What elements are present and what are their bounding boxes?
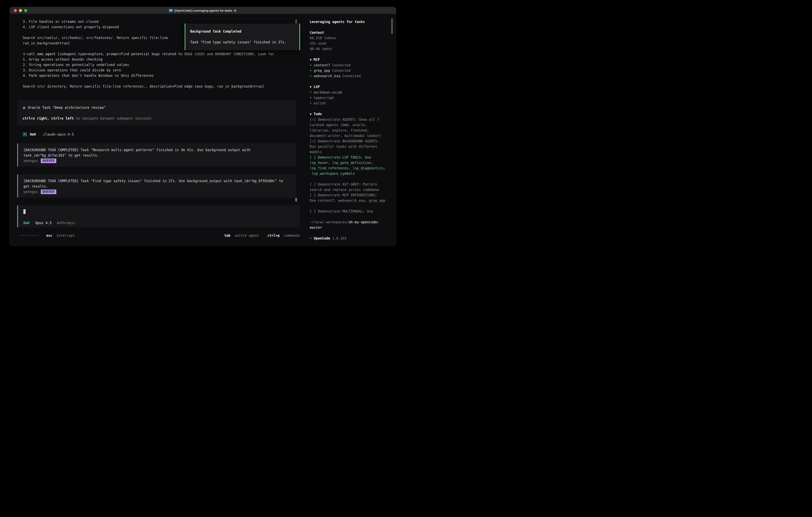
window-titlebar[interactable]: [OpenCode] Leveraging agents for tasks ◐ <box>10 7 396 14</box>
context-tokens: 66,518 tokens <box>310 35 396 41</box>
status-right: tab switch agent ctrl+p commands <box>224 234 300 238</box>
chevron-down-icon: ▼ <box>310 113 312 115</box>
agent-header: OmO · claude-opus-4-5 <box>23 132 300 137</box>
message-author: yeongyu <box>23 189 38 194</box>
context-spent: $0.46 spent <box>310 46 396 52</box>
todo-item: [ ] Demonstrate MULTIMODAL: Use <box>310 209 396 214</box>
status-bar: ········ esc interrupt tab switch agent … <box>20 233 300 238</box>
background-task-message: [BACKGROUND TASK COMPLETED] Task "Find t… <box>17 174 296 197</box>
agent-name: OmO <box>30 132 36 136</box>
mcp-server-name: context7 <box>314 63 330 67</box>
output-line: 1. Array access without bounds checking <box>23 57 300 62</box>
terminal-tab-icon <box>169 9 173 12</box>
message-footer: yeongyuQUEUED <box>23 189 291 194</box>
input-provider-name: Anthropic <box>57 221 75 225</box>
todo-line: lsp_workspace_symbols <box>310 171 396 176</box>
close-window-button[interactable] <box>14 9 17 12</box>
agent-model: claude-opus-4-5 <box>43 132 74 136</box>
ctrlp-key-label: commands <box>284 234 300 238</box>
sidebar-scrollbar-thumb[interactable] <box>391 19 393 34</box>
tab-key-hint: tab <box>224 234 230 238</box>
todo-line: [ ] Demonstrate MCP INTEGRATIONS: <box>310 193 396 198</box>
todo-list: [✓] Demonstrate AGENTS: Show all 7curate… <box>310 117 396 214</box>
lsp-section-header[interactable]: ▼LSP <box>310 84 396 90</box>
spinner-dots: ········ <box>20 234 39 238</box>
todo-line: curated agents (OmO, oracle, <box>310 123 396 128</box>
todo-item: [ ] Demonstrate LSP TOOLS: Uselsp_hover,… <box>310 155 396 176</box>
lsp-item: •typescript <box>310 95 396 101</box>
gear-icon: ⚙ <box>23 52 27 56</box>
toast-body: Task "Find type safety issues" finished … <box>190 39 294 45</box>
output-line <box>23 78 300 84</box>
input-cursor-row[interactable] <box>23 209 295 215</box>
subagent-navigation-hint: ctrl+x right, ctrl+x left to navigate be… <box>23 116 291 121</box>
mcp-server-name: websearch_exa <box>314 74 340 78</box>
conversation-pane: 3. File handles or streams not closed4. … <box>10 14 300 246</box>
bullet-icon: • <box>310 236 312 240</box>
bullet-icon: • <box>310 90 312 94</box>
todo-line: Use context7, websearch_exa, grep_app <box>310 198 396 203</box>
separator-dot: · <box>38 132 40 136</box>
todo-line: Run parallel tasks with different <box>310 144 396 149</box>
todo-item: [✓] Demonstrate AGENTS: Show all 7curate… <box>310 117 396 139</box>
todo-line: search and replace across codebase <box>310 187 396 193</box>
message-list: [BACKGROUND TASK COMPLETED] Task "Resear… <box>10 143 300 197</box>
mcp-item: •grep_appConnected <box>310 68 396 73</box>
oracle-task-panel: ◉Oracle Task "Deep architecture review" … <box>17 100 296 126</box>
zoom-window-button[interactable] <box>24 9 27 12</box>
todo-line: [✓] Demonstrate AGENTS: Show all 7 <box>310 117 396 123</box>
output-line: 2. String operations on potentially unde… <box>23 62 300 67</box>
input-agent-name[interactable]: OmO <box>23 221 30 225</box>
opencode-window: [OpenCode] Leveraging agents for tasks ◐… <box>9 7 396 246</box>
esc-key-hint: esc <box>46 234 52 238</box>
todo-section-header[interactable]: ▼Todo <box>310 111 396 117</box>
message-text: [BACKGROUND TASK COMPLETED] Task "Resear… <box>23 147 291 158</box>
message-footer: yeongyuQUEUED <box>23 158 291 164</box>
tab-key-label: switch agent <box>234 234 259 238</box>
mcp-item: •context7Connected <box>310 62 396 68</box>
mcp-heading-label: MCP <box>314 58 320 61</box>
lsp-server-name: typescript <box>314 96 334 100</box>
message-text: [BACKGROUND TASK COMPLETED] Task "Find t… <box>23 178 291 189</box>
mcp-list: •context7Connected•grep_appConnected•web… <box>310 62 396 79</box>
status-left: ········ esc interrupt <box>20 234 75 238</box>
lsp-item: •markdown-oxide <box>310 90 396 95</box>
mcp-server-status: Connected <box>332 69 350 73</box>
chevron-down-icon: ▼ <box>310 86 312 88</box>
todo-line: [ ] Demonstrate AST-GREP: Pattern <box>310 182 396 187</box>
workspace-path-prefix: ~/local-workspaces/ <box>310 220 348 224</box>
lsp-heading-label: LSP <box>314 85 320 89</box>
todo-line: models <box>310 149 396 155</box>
opencode-version-number: 1.0.163 <box>332 236 346 240</box>
todo-line: [✓] Demonstrate BACKGROUND AGENTS: <box>310 139 396 144</box>
input-model-name[interactable]: Opus 4.5 <box>35 221 52 225</box>
todo-line: [ ] Demonstrate MULTIMODAL: Use <box>310 209 396 214</box>
window-controls <box>14 7 27 14</box>
oracle-task-text: Oracle Task "Deep architecture review" <box>28 106 106 110</box>
bullet-icon: • <box>310 74 312 78</box>
todo-item: [ ] Demonstrate MCP INTEGRATIONS:Use con… <box>310 193 396 203</box>
record-icon: ◉ <box>23 106 26 110</box>
tool-call-line: ⚙ call_omo_agent [subagent_type=explore,… <box>23 51 300 57</box>
todo-line: lsp_hover, lsp_goto_definition, <box>310 160 396 166</box>
output-line: 3. Division operations that could divide… <box>23 67 300 73</box>
queued-badge: QUEUED <box>41 190 56 194</box>
todo-heading-label: Todo <box>314 112 322 116</box>
todo-gap <box>310 203 396 209</box>
prompt-input[interactable]: OmO Opus 4.5 Anthropic <box>17 205 300 227</box>
output-line: Search src/ directory. Return specific f… <box>23 84 300 89</box>
mcp-section-header[interactable]: ▼MCP <box>310 57 396 62</box>
bullet-icon: • <box>310 69 312 73</box>
workspace-path: ~/local-workspaces/oh-my-opencode: <box>310 219 396 225</box>
minimize-window-button[interactable] <box>19 9 22 12</box>
background-task-message: [BACKGROUND TASK COMPLETED] Task "Resear… <box>17 143 296 166</box>
context-used: 33% used <box>310 41 396 46</box>
scrollbar-marker[interactable] <box>295 198 297 201</box>
bullet-icon: • <box>310 63 312 67</box>
ctrlp-key-hint: ctrl+p <box>267 234 280 238</box>
session-progress-icon: ◐ <box>234 8 237 12</box>
todo-item: [ ] Demonstrate AST-GREP: Patternsearch … <box>310 182 396 193</box>
session-title: Leveraging agents for tasks <box>310 19 396 25</box>
window-title: [OpenCode] Leveraging agents for tasks ◐ <box>169 8 237 12</box>
background-task-toast[interactable]: Background Task Completed Task "Find typ… <box>184 24 300 50</box>
